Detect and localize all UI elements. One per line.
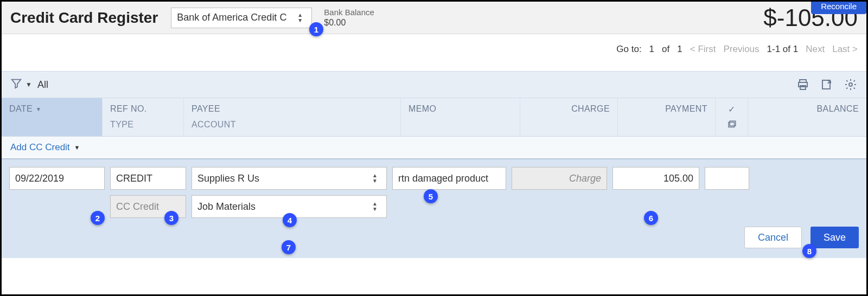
- svg-point-4: [849, 83, 852, 86]
- col-cleared[interactable]: ✓: [716, 98, 748, 136]
- ref-field[interactable]: CREDIT: [110, 167, 186, 190]
- col-ref[interactable]: REF NO. TYPE: [103, 98, 184, 136]
- account-select-value: Bank of America Credit C: [177, 12, 286, 23]
- chevron-down-icon: ▼: [74, 144, 80, 151]
- page-title: Credit Card Register: [10, 9, 158, 27]
- save-button[interactable]: Save: [810, 227, 859, 248]
- first-link[interactable]: < First: [690, 44, 716, 55]
- callout-6: 6: [644, 211, 658, 225]
- of-label: of: [662, 44, 669, 55]
- cancel-button[interactable]: Cancel: [744, 227, 802, 248]
- filter-icon[interactable]: [10, 78, 22, 92]
- charge-field: Charge: [512, 167, 607, 190]
- callout-4: 4: [283, 213, 297, 227]
- date-field[interactable]: 09/22/2019: [9, 167, 105, 190]
- export-icon[interactable]: [820, 78, 834, 92]
- col-memo[interactable]: MEMO: [401, 98, 520, 136]
- col-charge[interactable]: CHARGE: [520, 98, 618, 136]
- col-date[interactable]: DATE▼: [2, 98, 103, 136]
- total-pages: 1: [677, 44, 682, 55]
- previous-link[interactable]: Previous: [723, 44, 759, 55]
- last-link[interactable]: Last >: [832, 44, 858, 55]
- add-transaction-row[interactable]: Add CC Credit ▼: [2, 137, 866, 159]
- callout-3: 3: [164, 211, 178, 225]
- callout-1: 1: [309, 22, 323, 36]
- memo-field[interactable]: rtn damaged product: [392, 167, 506, 190]
- callout-2: 2: [91, 211, 105, 225]
- col-balance[interactable]: BALANCE: [748, 98, 866, 136]
- callout-7: 7: [282, 240, 296, 254]
- cleared-field[interactable]: [705, 167, 749, 190]
- col-payment[interactable]: PAYMENT: [618, 98, 716, 136]
- filter-label: All: [37, 79, 48, 91]
- callout-8: 8: [802, 244, 816, 258]
- page-range: 1-1 of 1: [767, 44, 799, 55]
- svg-rect-3: [822, 80, 830, 89]
- table-header: DATE▼ REF NO. TYPE PAYEE ACCOUNT MEMO CH…: [2, 98, 866, 137]
- bank-balance-label: Bank Balance: [324, 8, 374, 17]
- account-select[interactable]: Bank of America Credit C: [171, 8, 312, 28]
- print-icon[interactable]: [796, 78, 810, 92]
- account-value: Job Materials: [197, 201, 256, 213]
- entry-editor: 09/22/2019 CREDIT Supplies R Us rtn dama…: [2, 159, 866, 258]
- payment-field[interactable]: 105.00: [612, 167, 699, 190]
- sort-caret-icon: ▼: [36, 106, 41, 112]
- add-transaction-label: Add CC Credit: [10, 142, 70, 153]
- account-select-spinner[interactable]: [294, 8, 306, 28]
- payee-value: Supplies R Us: [197, 173, 259, 184]
- bank-balance-value: $0.00: [324, 17, 374, 28]
- reconcile-button[interactable]: Reconcile: [811, 0, 866, 14]
- goto-page[interactable]: 1: [649, 44, 654, 55]
- next-link[interactable]: Next: [806, 44, 825, 55]
- payee-select[interactable]: Supplies R Us: [192, 167, 387, 190]
- attachment-icon: [727, 122, 737, 131]
- pagination-bar: Go to: 1 of 1 < First Previous 1-1 of 1 …: [2, 34, 866, 71]
- callout-5: 5: [424, 189, 438, 203]
- payee-spinner-icon[interactable]: [369, 169, 381, 188]
- col-payee[interactable]: PAYEE ACCOUNT: [184, 98, 401, 136]
- goto-label: Go to:: [616, 44, 641, 55]
- filter-caret-icon[interactable]: ▼: [25, 81, 32, 88]
- check-icon: ✓: [728, 104, 735, 114]
- account-spinner-icon[interactable]: [369, 197, 381, 216]
- gear-icon[interactable]: [844, 78, 858, 92]
